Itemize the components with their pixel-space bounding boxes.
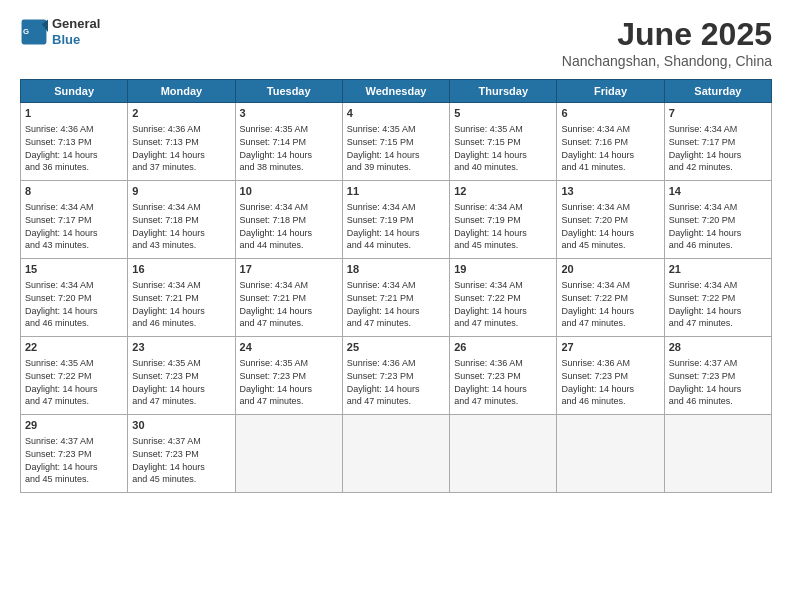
day-info-line: and 47 minutes.	[454, 395, 552, 408]
day-info-line: Sunset: 7:22 PM	[454, 292, 552, 305]
day-info-line: Daylight: 14 hours	[347, 305, 445, 318]
day-info-line: Daylight: 14 hours	[561, 227, 659, 240]
day-info-line: and 47 minutes.	[132, 395, 230, 408]
header: G General Blue June 2025 Nanchangshan, S…	[20, 16, 772, 69]
day-info-line: Daylight: 14 hours	[347, 149, 445, 162]
table-row: 10Sunrise: 4:34 AMSunset: 7:18 PMDayligh…	[235, 181, 342, 259]
day-info-line: and 39 minutes.	[347, 161, 445, 174]
day-info-line: Sunset: 7:19 PM	[454, 214, 552, 227]
day-info-line: and 45 minutes.	[561, 239, 659, 252]
title-block: June 2025 Nanchangshan, Shandong, China	[562, 16, 772, 69]
calendar-week-row: 1Sunrise: 4:36 AMSunset: 7:13 PMDaylight…	[21, 103, 772, 181]
day-number: 17	[240, 262, 338, 277]
day-info-line: Daylight: 14 hours	[132, 149, 230, 162]
col-friday: Friday	[557, 80, 664, 103]
logo: G General Blue	[20, 16, 100, 47]
day-info-line: Sunrise: 4:34 AM	[240, 279, 338, 292]
day-info-line: and 47 minutes.	[454, 317, 552, 330]
day-info-line: Sunrise: 4:34 AM	[25, 279, 123, 292]
calendar-week-row: 8Sunrise: 4:34 AMSunset: 7:17 PMDaylight…	[21, 181, 772, 259]
table-row: 9Sunrise: 4:34 AMSunset: 7:18 PMDaylight…	[128, 181, 235, 259]
day-info-line: Sunset: 7:23 PM	[347, 370, 445, 383]
table-row: 29Sunrise: 4:37 AMSunset: 7:23 PMDayligh…	[21, 415, 128, 493]
day-info-line: and 37 minutes.	[132, 161, 230, 174]
day-info-line: Sunset: 7:22 PM	[561, 292, 659, 305]
day-number: 9	[132, 184, 230, 199]
day-info-line: Sunset: 7:17 PM	[669, 136, 767, 149]
table-row	[342, 415, 449, 493]
day-info-line: Daylight: 14 hours	[25, 149, 123, 162]
table-row: 6Sunrise: 4:34 AMSunset: 7:16 PMDaylight…	[557, 103, 664, 181]
day-info-line: Daylight: 14 hours	[240, 305, 338, 318]
day-info-line: Daylight: 14 hours	[454, 305, 552, 318]
day-info-line: and 44 minutes.	[240, 239, 338, 252]
day-number: 14	[669, 184, 767, 199]
day-info-line: Sunrise: 4:35 AM	[347, 123, 445, 136]
day-info-line: Sunset: 7:21 PM	[347, 292, 445, 305]
day-number: 15	[25, 262, 123, 277]
day-info-line: Sunset: 7:18 PM	[132, 214, 230, 227]
table-row: 19Sunrise: 4:34 AMSunset: 7:22 PMDayligh…	[450, 259, 557, 337]
table-row	[235, 415, 342, 493]
day-info-line: and 47 minutes.	[240, 317, 338, 330]
table-row: 4Sunrise: 4:35 AMSunset: 7:15 PMDaylight…	[342, 103, 449, 181]
table-row: 22Sunrise: 4:35 AMSunset: 7:22 PMDayligh…	[21, 337, 128, 415]
day-info-line: Sunrise: 4:34 AM	[669, 201, 767, 214]
day-info-line: Sunrise: 4:36 AM	[25, 123, 123, 136]
day-info-line: and 47 minutes.	[25, 395, 123, 408]
day-info-line: Sunrise: 4:34 AM	[240, 201, 338, 214]
day-info-line: Sunrise: 4:34 AM	[561, 123, 659, 136]
day-number: 26	[454, 340, 552, 355]
day-info-line: Sunrise: 4:34 AM	[132, 201, 230, 214]
day-info-line: Sunrise: 4:35 AM	[25, 357, 123, 370]
table-row: 27Sunrise: 4:36 AMSunset: 7:23 PMDayligh…	[557, 337, 664, 415]
day-info-line: Daylight: 14 hours	[132, 383, 230, 396]
table-row: 1Sunrise: 4:36 AMSunset: 7:13 PMDaylight…	[21, 103, 128, 181]
col-sunday: Sunday	[21, 80, 128, 103]
day-info-line: Sunset: 7:23 PM	[240, 370, 338, 383]
day-info-line: Sunrise: 4:36 AM	[454, 357, 552, 370]
table-row: 24Sunrise: 4:35 AMSunset: 7:23 PMDayligh…	[235, 337, 342, 415]
day-info-line: Sunset: 7:14 PM	[240, 136, 338, 149]
day-number: 4	[347, 106, 445, 121]
day-info-line: Daylight: 14 hours	[132, 305, 230, 318]
day-info-line: and 46 minutes.	[669, 395, 767, 408]
day-info-line: Sunset: 7:23 PM	[132, 448, 230, 461]
day-info-line: and 41 minutes.	[561, 161, 659, 174]
day-info-line: and 47 minutes.	[561, 317, 659, 330]
day-number: 10	[240, 184, 338, 199]
day-info-line: Daylight: 14 hours	[25, 227, 123, 240]
day-info-line: and 38 minutes.	[240, 161, 338, 174]
day-number: 16	[132, 262, 230, 277]
day-info-line: and 40 minutes.	[454, 161, 552, 174]
day-info-line: Sunset: 7:23 PM	[561, 370, 659, 383]
day-info-line: Sunrise: 4:36 AM	[561, 357, 659, 370]
day-number: 7	[669, 106, 767, 121]
table-row: 7Sunrise: 4:34 AMSunset: 7:17 PMDaylight…	[664, 103, 771, 181]
table-row: 26Sunrise: 4:36 AMSunset: 7:23 PMDayligh…	[450, 337, 557, 415]
day-number: 3	[240, 106, 338, 121]
day-info-line: Daylight: 14 hours	[454, 383, 552, 396]
day-info-line: Sunset: 7:21 PM	[132, 292, 230, 305]
day-info-line: Sunset: 7:20 PM	[669, 214, 767, 227]
day-info-line: Sunrise: 4:34 AM	[669, 123, 767, 136]
day-info-line: Daylight: 14 hours	[669, 383, 767, 396]
calendar-week-row: 22Sunrise: 4:35 AMSunset: 7:22 PMDayligh…	[21, 337, 772, 415]
day-info-line: and 46 minutes.	[669, 239, 767, 252]
day-info-line: Sunset: 7:23 PM	[132, 370, 230, 383]
day-info-line: and 43 minutes.	[25, 239, 123, 252]
day-number: 12	[454, 184, 552, 199]
day-number: 1	[25, 106, 123, 121]
day-info-line: Daylight: 14 hours	[240, 227, 338, 240]
day-info-line: and 45 minutes.	[25, 473, 123, 486]
table-row: 14Sunrise: 4:34 AMSunset: 7:20 PMDayligh…	[664, 181, 771, 259]
day-info-line: Sunset: 7:22 PM	[25, 370, 123, 383]
day-info-line: Daylight: 14 hours	[347, 383, 445, 396]
day-number: 25	[347, 340, 445, 355]
day-number: 2	[132, 106, 230, 121]
day-info-line: Daylight: 14 hours	[132, 227, 230, 240]
day-info-line: Daylight: 14 hours	[240, 149, 338, 162]
table-row	[557, 415, 664, 493]
logo-line2: Blue	[52, 32, 100, 48]
table-row: 12Sunrise: 4:34 AMSunset: 7:19 PMDayligh…	[450, 181, 557, 259]
